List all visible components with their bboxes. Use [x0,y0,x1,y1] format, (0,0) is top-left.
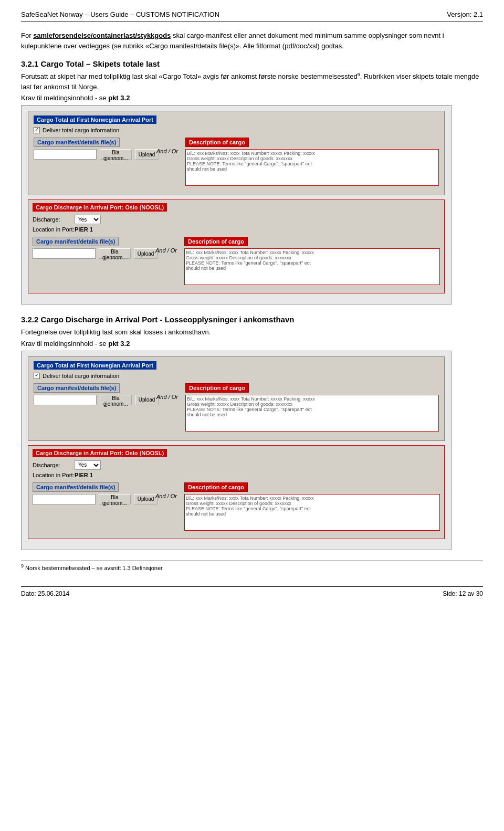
discharge-select-2[interactable]: Yes No [75,460,101,470]
description-cargo-textarea-2[interactable] [185,395,439,432]
krav-bold: pkt 3.2 [108,94,130,102]
footnote-number: 9 [21,563,24,569]
file-row: Bla gjennom... Upload [34,149,149,160]
discharge-desc-label: Description of cargo [184,237,248,246]
discharge-manifest-label-2: Cargo manifest/details file(s) [33,482,119,492]
discharge-label-2: Discharge: [33,462,75,468]
description-cargo-col: Description of cargo [185,138,439,187]
and-or-label-2: And / Or [156,394,178,400]
discharge-and-or-col-2: And / Or [151,482,181,499]
discharge-and-or-col: And / Or [151,237,181,254]
file-text-input[interactable] [34,149,97,160]
cargo-total-panel: Cargo Total at First Norwegian Arrival P… [28,111,445,195]
discharge-file-row: Bla gjennom... Upload [33,248,148,259]
krav2-bold: pkt 3.2 [108,340,130,348]
discharge-upload-row: Cargo manifest/details file(s) Bla gjenn… [33,237,440,287]
section1-heading: 3.2.1 Cargo Total – Skipets totale last [21,59,483,68]
discharge-browse-button-2[interactable]: Bla gjennom... [99,494,131,504]
file-upload-col: Cargo manifest/details file(s) Bla gjenn… [34,138,149,160]
file-row-2: Bla gjennom... Upload [34,395,149,405]
location-value-2: PIER 1 [75,472,93,478]
header-version: Versjon: 2.1 [447,10,483,18]
discharge-desc-label-2: Description of cargo [184,482,248,492]
page-header: SafeSeaNet Norway – Users Guide – CUSTOM… [21,10,483,22]
discharge-panel: Cargo Discharge in Arrival Port: Oslo (N… [28,199,445,293]
file-text-input-2[interactable] [34,395,97,405]
discharge-label: Discharge: [33,216,75,223]
page-footer: Dato: 25.06.2014 Side: 12 av 30 [21,586,483,597]
browse-button[interactable]: Bla gjennom... [100,149,132,160]
discharge-field-row-2: Discharge: Yes No [33,460,440,470]
screenshot-box-1: Cargo Total at First Norwegian Arrival P… [21,105,452,304]
discharge-browse-button[interactable]: Bla gjennom... [99,248,131,259]
checkbox-row: Deliver total cargo information [34,127,439,133]
krav-text: Krav til meldingsinnhold - se [21,94,108,102]
location-value: PIER 1 [75,226,93,233]
cargo-total-title: Cargo Total at First Norwegian Arrival P… [34,115,156,124]
discharge-title-2: Cargo Discharge in Arrival Port: Oslo (N… [33,449,167,457]
section2-heading: 3.2.2 Cargo Discharge in Arrival Port - … [21,315,483,324]
description-cargo-col-2: Description of cargo [185,383,439,433]
discharge-file-row-2: Bla gjennom... Upload [33,494,148,504]
discharge-manifest-label: Cargo manifest/details file(s) [33,237,119,246]
discharge-desc-textarea-2[interactable] [184,494,440,531]
discharge-file-input[interactable] [33,248,96,259]
section1-para: Forutsatt at skipet har med tollpliktig … [21,71,483,92]
cargo-total-panel-2: Cargo Total at First Norwegian Arrival P… [28,356,445,441]
description-cargo-label: Description of cargo [185,138,249,147]
description-cargo-label-2: Description of cargo [185,383,249,393]
page: SafeSeaNet Norway – Users Guide – CUSTOM… [0,0,504,608]
cargo-manifest-label-2: Cargo manifest/details file(s) [34,383,120,393]
krav2-text: Krav til meldingsinnhold - se [21,340,108,348]
cargo-upload-row: Cargo manifest/details file(s) Bla gjenn… [34,138,439,187]
deliver-cargo-checkbox[interactable] [34,127,40,133]
discharge-desc-col-2: Description of cargo [184,482,440,532]
discharge-desc-textarea[interactable] [184,248,440,285]
and-or-label: And / Or [156,148,178,154]
footnote-section: 9 Norsk bestemmelsessted – se avsnitt 1.… [21,561,483,571]
browse-button-2[interactable]: Bla gjennom... [100,395,132,405]
header-title: SafeSeaNet Norway – Users Guide – CUSTOM… [21,10,219,18]
cargo-manifest-label: Cargo manifest/details file(s) [34,138,120,147]
intro-text-before: For [21,31,33,39]
cargo-total-title-2: Cargo Total at First Norwegian Arrival P… [34,361,156,370]
section2-para: Fortegnelse over tollpliktig last som sk… [21,327,483,338]
cargo-upload-row-2: Cargo manifest/details file(s) Bla gjenn… [34,383,439,433]
discharge-file-col: Cargo manifest/details file(s) Bla gjenn… [33,237,148,259]
discharge-upload-row-2: Cargo manifest/details file(s) Bla gjenn… [33,482,440,532]
discharge-file-col-2: Cargo manifest/details file(s) Bla gjenn… [33,482,148,504]
location-field-row-2: Location in Port: PIER 1 [33,472,440,478]
intro-bold-text: samleforsendelse/containerlast/stykkgods [33,31,171,39]
footer-date: Dato: 25.06.2014 [21,590,69,597]
discharge-title: Cargo Discharge in Arrival Port: Oslo (N… [33,203,167,212]
footer-page: Side: 12 av 30 [443,590,483,597]
checkbox-label-2: Deliver total cargo information [43,373,119,379]
and-or-col-2: And / Or [152,383,182,400]
discharge-field-row: Discharge: Yes No [33,215,440,224]
intro-paragraph: For samleforsendelse/containerlast/stykk… [21,30,483,51]
discharge-select[interactable]: Yes No [75,215,101,224]
discharge-panel-2: Cargo Discharge in Arrival Port: Oslo (N… [28,445,445,539]
footnote-text: Norsk bestemmelsessted – se avsnitt 1.3 … [25,564,163,571]
section1-krav: Krav til meldingsinnhold - se pkt 3.2 [21,94,483,102]
screenshot-box-2: Cargo Total at First Norwegian Arrival P… [21,351,452,550]
discharge-desc-col: Description of cargo [184,237,440,287]
and-or-col: And / Or [152,138,182,154]
checkbox-label: Deliver total cargo information [43,127,119,133]
section1-para1: Forutsatt at skipet har med tollpliktig … [21,72,358,80]
deliver-cargo-checkbox-2[interactable] [34,373,40,379]
location-label: Location in Port: [33,226,75,233]
file-upload-col-2: Cargo manifest/details file(s) Bla gjenn… [34,383,149,405]
discharge-and-or-2: And / Or [155,493,177,499]
description-cargo-textarea[interactable] [185,149,439,186]
location-field-row: Location in Port: PIER 1 [33,226,440,233]
section2-krav: Krav til meldingsinnhold - se pkt 3.2 [21,340,483,348]
location-label-2: Location in Port: [33,472,75,478]
discharge-file-input-2[interactable] [33,494,96,504]
discharge-and-or: And / Or [155,247,177,254]
checkbox-row-2: Deliver total cargo information [34,373,439,379]
